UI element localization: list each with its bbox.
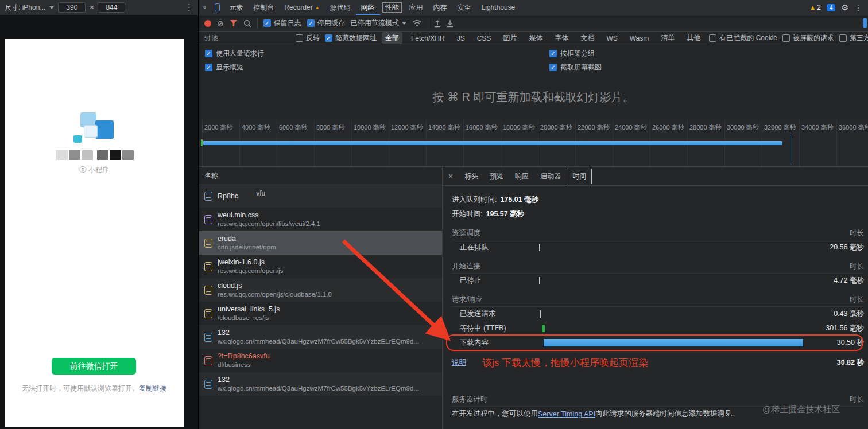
timeline-tick: 28000 毫秒 <box>689 123 722 132</box>
warnings-badge[interactable]: ▲2 <box>809 3 821 11</box>
filter-chip-other[interactable]: 其他 <box>683 32 704 44</box>
table-row[interactable]: cloud.jsres.wx.qq.com/open/js/cloudbase/… <box>199 278 442 302</box>
table-row-selected[interactable]: erudacdn.jsdelivr.net/npm <box>199 231 442 255</box>
group-by-frame-checkbox[interactable]: 按框架分组 <box>543 49 595 58</box>
hide-data-urls-checkbox[interactable]: 隐藏数据网址 <box>325 33 377 43</box>
filter-chip-js[interactable]: JS <box>454 33 468 44</box>
chevron-down-icon <box>402 22 406 25</box>
tab-application[interactable]: 应用 <box>404 0 428 15</box>
device-more-icon[interactable]: ⋮ <box>185 2 193 13</box>
device-height-input[interactable] <box>98 2 125 13</box>
blocked-requests-checkbox[interactable]: 被屏蔽的请求 <box>782 33 834 43</box>
device-toolbar-toggle-icon[interactable] <box>211 3 224 11</box>
recorder-badge-icon: ▲ <box>315 5 320 10</box>
timeline-tick: 2000 毫秒 <box>204 123 233 132</box>
tab-initiator[interactable]: 启动器 <box>534 169 567 184</box>
tab-lighthouse[interactable]: Lighthouse <box>476 0 521 15</box>
checkbox-checked-icon <box>549 64 557 71</box>
table-row[interactable]: 132wx.qlogo.cn/mmhead/Q3auHgzwzM7frCw55B… <box>199 372 442 396</box>
checkbox-checked-icon <box>549 50 557 57</box>
timeline-tick: 8000 毫秒 <box>316 123 345 132</box>
ttfb-bar <box>542 325 545 332</box>
disable-cache-checkbox[interactable]: 停用缓存 <box>307 18 345 28</box>
total-duration: 30.82 秒 <box>837 358 864 368</box>
more-options-icon[interactable]: ⋮ <box>854 3 862 12</box>
miniprogram-logo-block <box>73 135 82 143</box>
timeline-tick: 34000 毫秒 <box>801 123 834 132</box>
checkbox-unchecked-icon <box>782 34 790 42</box>
network-conditions-icon[interactable] <box>412 20 422 27</box>
tab-security[interactable]: 安全 <box>452 0 476 15</box>
import-har-icon[interactable] <box>447 20 454 28</box>
tab-preview[interactable]: 预览 <box>484 169 509 184</box>
table-row[interactable]: jweixin-1.6.0.jsres.wx.qq.com/open/js <box>199 255 442 278</box>
tab-sources[interactable]: 源代码 <box>325 0 356 15</box>
filter-chip-css[interactable]: CSS <box>474 33 495 44</box>
network-overview-timeline[interactable]: 2000 毫秒 4000 毫秒 6000 毫秒 8000 毫秒 10000 毫秒… <box>199 120 868 167</box>
filter-funnel-icon[interactable] <box>230 20 238 27</box>
table-row-error[interactable]: ?t=Rp8hc6asvfudl/business <box>199 349 442 372</box>
request-table-header[interactable]: 名称 <box>199 167 442 184</box>
checkbox-checked-icon <box>264 20 271 27</box>
open-in-wechat-button[interactable]: 前往微信打开 <box>52 358 136 375</box>
capture-screenshots-checkbox[interactable]: 截取屏幕截图 <box>543 63 602 72</box>
copy-link[interactable]: 复制链接 <box>139 384 166 392</box>
filter-chip-fetch-xhr[interactable]: Fetch/XHR <box>408 33 448 44</box>
filter-chip-manifest[interactable]: 清单 <box>657 32 678 44</box>
tab-timing[interactable]: 时间 <box>567 169 592 184</box>
explanation-link[interactable]: 说明 <box>452 358 466 368</box>
inspect-element-icon[interactable]: ⌖ <box>199 3 211 12</box>
timeline-tick: 32000 毫秒 <box>764 123 796 132</box>
settings-gear-icon[interactable]: ⚙ <box>841 3 848 12</box>
timeline-tick: 22000 毫秒 <box>578 123 610 132</box>
timing-bar-track <box>538 325 809 332</box>
miniprogram-logo-block <box>95 120 114 139</box>
filter-chip-font[interactable]: 字体 <box>551 32 572 44</box>
warning-icon: ▲ <box>809 4 816 11</box>
filter-chip-doc[interactable]: 文档 <box>577 32 598 44</box>
filter-chip-ws[interactable]: WS <box>603 33 621 44</box>
issues-badge[interactable]: 4 <box>827 4 836 11</box>
record-network-log-icon[interactable] <box>204 20 211 27</box>
filter-chip-wasm[interactable]: Wasm <box>626 33 653 44</box>
tab-headers[interactable]: 标头 <box>459 169 484 184</box>
preserve-log-checkbox[interactable]: 保留日志 <box>264 18 301 28</box>
request-table: 名称 Rp8hc vfu weui.min.cssres.wx.qq.com/o… <box>199 167 443 429</box>
table-row[interactable]: weui.min.cssres.wx.qq.com/open/libs/weui… <box>199 208 442 231</box>
server-timing-api-link[interactable]: Server Timing API <box>538 410 595 418</box>
export-har-icon[interactable] <box>434 20 441 28</box>
large-request-rows-checkbox[interactable]: 使用大量请求行 <box>199 49 543 58</box>
throttling-dropdown[interactable]: 已停用节流模式 <box>351 18 406 28</box>
table-row[interactable]: 132wx.qlogo.cn/mmhead/Q3auHgzwzM7frCw55B… <box>199 325 442 349</box>
tab-recorder[interactable]: Recorder▲ <box>279 0 324 15</box>
tab-network[interactable]: 网络 <box>356 0 380 15</box>
device-width-input[interactable] <box>58 2 86 13</box>
blocked-cookies-checkbox[interactable]: 有已拦截的 Cookie <box>709 33 777 43</box>
tab-elements[interactable]: 元素 <box>224 0 248 15</box>
clear-network-log-icon[interactable]: ⊘ <box>217 20 224 28</box>
tab-console[interactable]: 控制台 <box>248 0 279 15</box>
show-overview-checkbox[interactable]: 显示概览 <box>199 63 543 72</box>
queued-at-line: 进入队列时间:175.01 毫秒 <box>452 193 864 207</box>
section-resource-scheduling: 资源调度时长 <box>452 226 864 240</box>
device-size-select[interactable]: 尺寸: iPhon... <box>5 3 45 13</box>
tab-response[interactable]: 响应 <box>509 169 534 184</box>
table-row[interactable]: universal_links_5.js/cloudbase_res/js <box>199 302 442 325</box>
tab-performance[interactable]: 性能 <box>380 0 404 15</box>
fallback-text: 无法打开时，可使用默认浏览器打开。复制链接 <box>5 384 184 393</box>
tab-memory[interactable]: 内存 <box>428 0 452 15</box>
stylesheet-icon <box>204 215 212 224</box>
filter-chip-img[interactable]: 图片 <box>499 32 520 44</box>
filter-chip-all[interactable]: 全部 <box>382 32 402 44</box>
table-row[interactable]: Rp8hc vfu <box>199 184 442 208</box>
third-party-checkbox[interactable]: 第三方请求 <box>839 33 868 43</box>
frame-badge[interactable]: vfu <box>256 189 265 197</box>
search-icon[interactable] <box>243 20 251 28</box>
filter-chip-media[interactable]: 媒体 <box>525 32 546 44</box>
checkbox-checked-icon <box>325 34 332 42</box>
close-icon[interactable]: × <box>443 171 459 181</box>
timeline-tick: 24000 毫秒 <box>615 123 647 132</box>
scrollbar-thumb[interactable] <box>863 18 867 28</box>
filter-input[interactable] <box>204 34 290 42</box>
invert-filter-checkbox[interactable]: 反转 <box>296 33 320 43</box>
